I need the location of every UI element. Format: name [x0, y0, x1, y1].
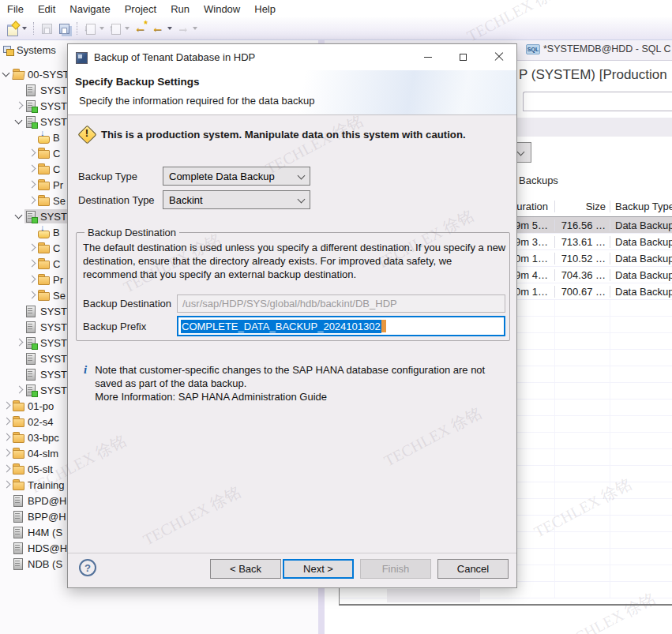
tree-item-label: Training — [28, 479, 64, 491]
editor-subtab[interactable] — [523, 92, 672, 111]
expand-arrow-icon[interactable] — [27, 196, 37, 206]
maximize-button[interactable] — [445, 44, 481, 69]
expand-arrow-icon[interactable] — [27, 275, 37, 285]
dropdown-arrow-icon[interactable] — [22, 27, 27, 30]
save-all-button[interactable] — [55, 19, 73, 38]
tree-item-label: 01-po — [28, 400, 54, 412]
table-scrollbar-thumb[interactable] — [387, 589, 480, 602]
db-gray-icon — [24, 84, 38, 96]
tree-item-label: Se — [53, 290, 66, 302]
cell-size: 700.67 … — [555, 286, 610, 298]
note-text: Note that customer-specific changes to t… — [95, 363, 494, 403]
folder-icon — [12, 400, 25, 412]
expand-arrow-icon[interactable] — [2, 433, 12, 443]
menu-file[interactable]: File — [0, 2, 31, 17]
twist-spacer — [27, 227, 37, 238]
dropdown-arrow-icon — [125, 27, 130, 30]
tree-item-label: BPD@H — [28, 495, 66, 507]
db-gray-icon — [24, 305, 38, 317]
dropdown-arrow-icon[interactable] — [167, 27, 172, 30]
expand-arrow-icon[interactable] — [27, 259, 37, 269]
collapse-arrow-icon[interactable] — [14, 117, 24, 127]
tree-item-label: B — [53, 227, 60, 238]
twist-spacer — [14, 322, 24, 332]
dialog-title-bar[interactable]: Backup of Tenant Database in HDP — [68, 44, 516, 70]
folder-icon — [12, 478, 25, 491]
new-wizard-icon — [6, 22, 19, 35]
editor-tab-systemdb[interactable]: SQL *SYSTEMDB@HDD - SQL C — [526, 43, 671, 54]
last-edit-location-button[interactable] — [132, 19, 149, 38]
column-backup-type[interactable]: Backup Type — [610, 201, 672, 212]
group-title: Backup Destination — [84, 227, 179, 238]
tree-item-label: SYST — [40, 116, 67, 128]
backup-wizard-dialog: Backup of Tenant Database in HDP Specify… — [67, 43, 517, 588]
tree-item-content: SYST — [24, 99, 70, 113]
expand-arrow-icon[interactable] — [2, 464, 12, 475]
dialog-app-icon — [75, 51, 88, 64]
expand-arrow-icon[interactable] — [14, 101, 24, 111]
twist-spacer — [2, 512, 12, 522]
expand-arrow-icon[interactable] — [27, 148, 37, 159]
collapse-arrow-icon[interactable] — [2, 69, 12, 80]
folder-icon — [12, 463, 25, 475]
tree-item-label: SYST — [40, 337, 67, 349]
tree-item-content: SYST — [24, 336, 70, 350]
folder-icon — [37, 289, 51, 302]
new-wizard-button[interactable] — [4, 19, 29, 38]
tree-item-content: SYST — [24, 367, 70, 381]
collapse-arrow-icon[interactable] — [14, 212, 24, 222]
menu-window[interactable]: Window — [197, 2, 247, 17]
expand-arrow-icon[interactable] — [2, 417, 12, 427]
back-button[interactable]: < Back — [210, 559, 281, 579]
expand-arrow-icon[interactable] — [27, 180, 37, 190]
tree-item-label: 03-bpc — [28, 432, 59, 444]
menu-project[interactable]: Project — [118, 2, 163, 17]
expand-arrow-icon[interactable] — [2, 480, 12, 490]
menu-help[interactable]: Help — [247, 2, 283, 17]
chevron-down-icon — [298, 196, 306, 204]
tree-item-label: Pr — [53, 274, 63, 286]
db-gray-icon — [12, 557, 25, 570]
menu-navigate[interactable]: Navigate — [62, 2, 117, 17]
folder-icon — [37, 163, 51, 175]
expand-arrow-icon[interactable] — [27, 164, 37, 174]
backup-type-combo[interactable]: Complete Data Backup — [163, 167, 310, 186]
expand-arrow-icon[interactable] — [27, 243, 37, 253]
tree-item-content: SYST — [24, 320, 70, 334]
tree-item-content: C — [37, 241, 63, 255]
expand-arrow-icon[interactable] — [2, 401, 12, 411]
backup-destination-value: /usr/sap/HDP/SYS/global/hdb/backint/DB_H… — [182, 298, 397, 309]
tree-item-content: SYST — [24, 383, 70, 397]
tree-item-content: H4M (S — [12, 525, 66, 539]
help-button[interactable]: ? — [79, 559, 96, 576]
folder-icon — [37, 273, 51, 286]
tree-item-content: Se — [37, 193, 69, 208]
twist-spacer — [2, 496, 12, 506]
cancel-button[interactable]: Cancel — [437, 559, 509, 579]
close-icon — [494, 52, 504, 62]
tree-item-content: SYST — [24, 114, 70, 129]
twist-spacer — [14, 306, 24, 317]
db-gray-icon — [12, 510, 25, 523]
tree-item-label: B — [53, 132, 60, 144]
close-button[interactable] — [481, 44, 516, 69]
db-green-icon — [24, 115, 38, 128]
column-size[interactable]: Size — [555, 201, 610, 212]
expand-arrow-icon[interactable] — [27, 291, 37, 301]
destination-type-combo[interactable]: Backint — [163, 190, 310, 209]
expand-arrow-icon[interactable] — [14, 385, 24, 396]
next-button[interactable]: Next > — [283, 559, 354, 579]
expand-arrow-icon[interactable] — [14, 338, 24, 348]
back-button[interactable] — [149, 19, 175, 38]
tree-item-content: 03-bpc — [12, 430, 62, 445]
menu-edit[interactable]: Edit — [31, 2, 62, 17]
twist-spacer — [27, 133, 37, 143]
destination-description: The default destination is used unless y… — [83, 241, 507, 281]
minimize-button[interactable] — [410, 44, 445, 69]
folder-icon — [37, 178, 51, 191]
tree-item-label: SYST — [40, 211, 67, 223]
expand-arrow-icon[interactable] — [2, 448, 12, 459]
backup-prefix-input[interactable]: COMPLETE_DATA_BACKUP_2024101302 — [177, 316, 505, 336]
backup-destination-input: /usr/sap/HDP/SYS/global/hdb/backint/DB_H… — [177, 294, 505, 313]
menu-run[interactable]: Run — [163, 2, 197, 17]
